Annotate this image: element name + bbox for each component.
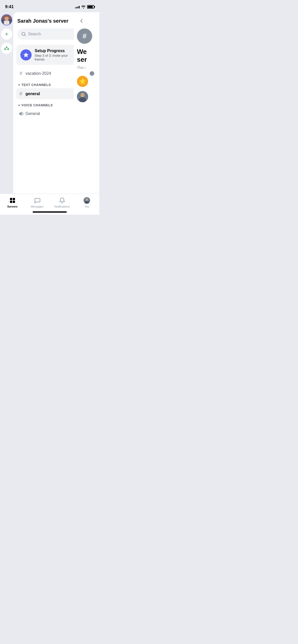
server-sidebar: + <box>0 12 13 194</box>
wifi-icon <box>81 5 86 9</box>
svg-point-27 <box>86 198 88 201</box>
svg-rect-22 <box>10 198 12 200</box>
svg-point-20 <box>80 93 85 97</box>
volume-icon <box>18 111 23 116</box>
welcome-subtext: This i <box>77 66 96 70</box>
setup-icon <box>20 49 32 61</box>
server-title: Sarah Jonas's server <box>17 18 68 24</box>
status-bar: 9:41 <box>0 0 99 12</box>
servers-label: Servers <box>7 205 18 208</box>
server-avatar[interactable] <box>1 14 12 25</box>
hash-icon: # <box>18 91 23 97</box>
welcome-heading: Weser <box>77 48 87 63</box>
text-channels-label: Text Channels <box>21 83 51 87</box>
drag-handle <box>90 71 94 76</box>
status-time: 9:41 <box>5 4 14 9</box>
messages-icon <box>34 197 41 204</box>
svg-point-4 <box>6 47 7 48</box>
setup-title: Setup Progress <box>35 48 74 53</box>
emoji-badge: 🌟 <box>77 76 88 87</box>
discover-icon <box>3 45 10 52</box>
discover-button[interactable] <box>1 43 12 54</box>
search-icon <box>21 32 26 36</box>
channel-large-icon: # <box>77 28 92 44</box>
welcome-content: Weser This i <box>77 48 96 70</box>
plus-icon: + <box>5 31 8 37</box>
svg-line-7 <box>5 48 7 49</box>
setup-subtitle: Step 3 of 3: Invite your friends <box>35 54 74 61</box>
hash-icon: # <box>18 70 23 76</box>
standalone-channel-name: vacation-2024 <box>25 71 51 76</box>
nav-messages[interactable]: Messages <box>25 197 50 208</box>
search-bar[interactable]: Search <box>17 28 82 40</box>
svg-point-2 <box>5 17 9 21</box>
svg-rect-24 <box>10 201 12 203</box>
category-chevron-icon: ▾ <box>18 83 20 87</box>
status-icons <box>75 5 94 9</box>
nav-servers[interactable]: Servers <box>0 197 25 208</box>
you-avatar-icon <box>83 197 90 204</box>
battery-icon <box>87 5 94 9</box>
svg-rect-3 <box>4 21 9 25</box>
back-button[interactable] <box>77 16 86 25</box>
general-voice-channel-name: General <box>25 111 40 116</box>
servers-icon <box>9 197 16 204</box>
you-label: You <box>85 205 89 208</box>
signal-icon <box>75 5 80 8</box>
search-placeholder: Search <box>28 32 41 36</box>
notifications-icon <box>59 197 66 204</box>
right-panel: # Weser This i 🌟 <box>74 12 99 194</box>
nav-you[interactable]: You <box>75 197 100 208</box>
messages-label: Messages <box>31 205 44 208</box>
general-channel-name: general <box>25 92 40 96</box>
setup-text: Setup Progress Step 3 of 3: Invite your … <box>35 48 74 61</box>
add-server-button[interactable]: + <box>1 28 12 40</box>
svg-rect-23 <box>13 198 15 200</box>
svg-marker-18 <box>19 112 22 116</box>
svg-line-11 <box>25 35 26 36</box>
nav-notifications[interactable]: Notifications <box>50 197 75 208</box>
category-chevron-icon: ▾ <box>18 104 20 107</box>
voice-channels-label: Voice Channels <box>21 103 53 107</box>
notifications-label: Notifications <box>55 205 70 208</box>
svg-rect-25 <box>13 201 15 203</box>
svg-line-8 <box>7 48 8 49</box>
home-indicator <box>33 211 67 213</box>
user-avatar <box>77 91 88 102</box>
